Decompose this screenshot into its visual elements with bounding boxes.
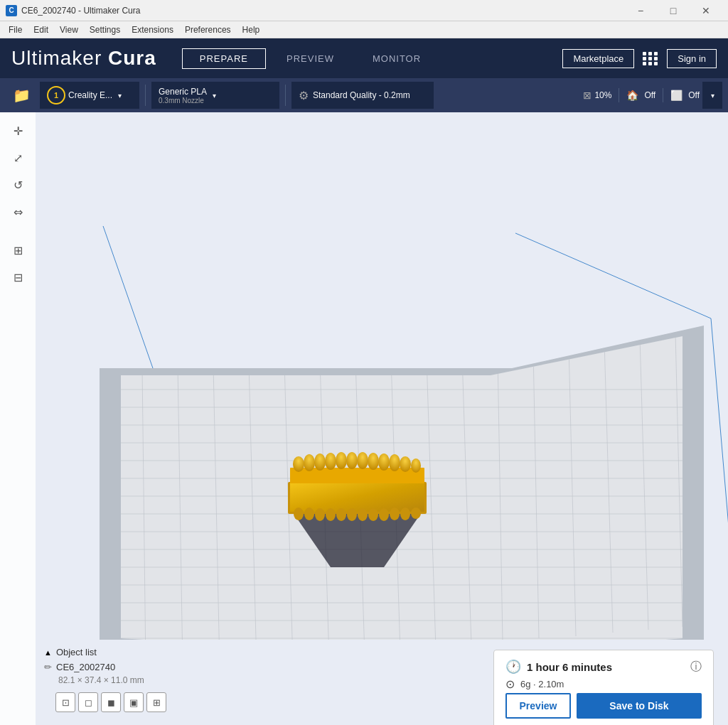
scale-tool[interactable]: ⤢	[5, 145, 31, 171]
grid-menu-icon[interactable]	[640, 48, 661, 69]
front-view-btn[interactable]: ◻	[78, 692, 98, 712]
print-time-text: 1 hour 6 minutes	[527, 661, 612, 673]
material-dropdown-chevron: ▾	[213, 92, 216, 100]
per-model-settings[interactable]: ⊞	[5, 237, 31, 263]
title-bar-left: C CE6_2002740 - Ultimaker Cura	[6, 5, 140, 16]
svg-point-58	[347, 508, 357, 521]
rotate-tool[interactable]: ↺	[5, 172, 31, 198]
svg-point-56	[326, 508, 336, 521]
settings-group: ⊠ 10% 🏠 Off ⬜ Off ▾	[583, 82, 722, 109]
left-tools: ✛ ⤢ ↺ ⇔ ⊞ ⊟	[0, 112, 36, 725]
svg-point-62	[390, 508, 400, 520]
settings-expand-chevron[interactable]: ▾	[702, 82, 722, 109]
svg-point-55	[315, 508, 325, 521]
dot	[648, 62, 652, 65]
toolbar: 📁 1 Creality E... ▾ Generic PLA 0.3mm No…	[0, 78, 728, 112]
adhesion-icon: ⬜	[670, 90, 682, 101]
preview-button[interactable]: Preview	[505, 693, 571, 719]
window-title: CE6_2002740 - Ultimaker Cura	[21, 6, 140, 16]
quality-selector[interactable]: ⚙ Standard Quality - 0.2mm	[291, 82, 434, 109]
svg-point-54	[304, 508, 314, 520]
move-tool[interactable]: ✛	[5, 118, 31, 144]
menu-file[interactable]: File	[3, 23, 28, 36]
perspective-view-btn[interactable]: ⊡	[55, 692, 75, 712]
minimize-button[interactable]: −	[624, 0, 657, 21]
dot	[648, 52, 652, 55]
main-content: ✛ ⤢ ↺ ⇔ ⊞ ⊟	[0, 112, 728, 725]
separator-4	[663, 88, 663, 102]
viewport-svg	[36, 112, 728, 725]
time-icon: 🕐	[505, 659, 521, 675]
print-info-panel: 🕐 1 hour 6 minutes ⓘ ⊙ 6g · 2.10m Previe…	[493, 650, 714, 725]
app-logo: Ultimaker Cura	[11, 47, 156, 70]
svg-point-52	[411, 458, 421, 473]
dot	[648, 57, 652, 60]
support-label: Off	[644, 90, 655, 100]
dot	[643, 57, 646, 60]
printer-selector[interactable]: 1 Creality E... ▾	[40, 82, 139, 109]
svg-rect-39	[290, 482, 424, 512]
signin-button[interactable]: Sign in	[667, 49, 717, 68]
svg-point-46	[346, 452, 358, 469]
infill-icon: ⊠	[583, 90, 592, 101]
menu-help[interactable]: Help	[237, 23, 266, 36]
marketplace-button[interactable]: Marketplace	[562, 49, 634, 68]
info-icon[interactable]: ⓘ	[690, 660, 702, 675]
bed-container[interactable]	[36, 112, 728, 725]
svg-point-63	[400, 508, 410, 520]
header-right: Marketplace Sign in	[562, 48, 717, 69]
save-to-disk-button[interactable]: Save to Disk	[577, 693, 702, 719]
window-controls: − □ ✕	[624, 0, 722, 21]
title-bar: C CE6_2002740 - Ultimaker Cura − □ ✕	[0, 0, 728, 21]
dot	[654, 52, 658, 55]
infill-value: 10%	[594, 90, 611, 100]
menu-preferences[interactable]: Preferences	[179, 23, 237, 36]
logo-light: Ultimaker	[11, 47, 102, 69]
object-name: CE6_2002740	[56, 662, 115, 672]
filament-icon: ⊙	[505, 677, 515, 691]
support-blocker[interactable]: ⊟	[5, 264, 31, 290]
tab-monitor[interactable]: MONITOR	[355, 48, 439, 69]
quality-icon: ⚙	[299, 89, 309, 102]
print-time-left: 🕐 1 hour 6 minutes	[505, 659, 612, 675]
tab-preview[interactable]: PREVIEW	[269, 48, 352, 69]
svg-point-51	[400, 456, 411, 472]
svg-point-64	[411, 508, 421, 519]
grid-view-btn[interactable]: ⊞	[146, 692, 166, 712]
side-view-btn[interactable]: ◼	[101, 692, 121, 712]
svg-point-59	[358, 508, 368, 521]
svg-point-53	[294, 508, 304, 520]
svg-point-45	[336, 452, 347, 469]
top-view-btn[interactable]: ▣	[124, 692, 144, 712]
svg-point-47	[357, 452, 368, 469]
close-button[interactable]: ✕	[690, 0, 722, 21]
material-selector[interactable]: Generic PLA 0.3mm Nozzle ▾	[151, 82, 279, 109]
open-file-button[interactable]: 📁	[6, 82, 37, 109]
mirror-tool[interactable]: ⇔	[5, 199, 31, 225]
object-list-section: ▲ Object list ✏ CE6_2002740 82.1 × 37.4 …	[44, 647, 488, 712]
menu-settings[interactable]: Settings	[84, 23, 126, 36]
object-dimensions: 82.1 × 37.4 × 11.0 mm	[58, 675, 488, 685]
adhesion-label: Off	[688, 90, 700, 100]
menu-edit[interactable]: Edit	[28, 23, 54, 36]
app-header: Ultimaker Cura PREPARE PREVIEW MONITOR M…	[0, 38, 728, 78]
menu-extensions[interactable]: Extensions	[126, 23, 179, 36]
separator-1	[145, 85, 146, 106]
material-name: Generic PLA	[159, 87, 207, 97]
print-material-row: ⊙ 6g · 2.10m	[505, 677, 702, 691]
nav-tabs: PREPARE PREVIEW MONITOR	[182, 48, 552, 69]
viewport: ▲ Object list ✏ CE6_2002740 82.1 × 37.4 …	[36, 112, 728, 725]
object-list-header: ▲ Object list	[44, 647, 488, 657]
menu-bar: File Edit View Settings Extensions Prefe…	[0, 21, 728, 38]
dot	[654, 62, 658, 65]
menu-view[interactable]: View	[54, 23, 84, 36]
svg-line-2	[711, 318, 728, 652]
svg-point-60	[368, 508, 378, 521]
tab-prepare[interactable]: PREPARE	[182, 48, 266, 69]
dot	[643, 62, 646, 65]
collapse-icon[interactable]: ▲	[44, 648, 52, 657]
object-action-buttons: ⊡ ◻ ◼ ▣ ⊞	[55, 692, 488, 712]
svg-point-44	[325, 453, 336, 470]
maximize-button[interactable]: □	[657, 0, 690, 21]
printer-name: Creality E...	[68, 90, 112, 100]
